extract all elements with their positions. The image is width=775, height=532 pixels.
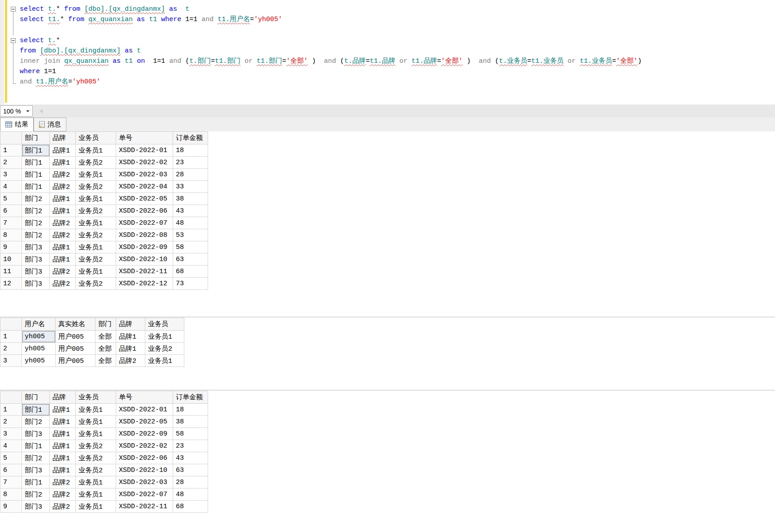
data-cell[interactable]: 业务员2 bbox=[76, 181, 116, 193]
row-header-cell[interactable]: 4 bbox=[0, 440, 22, 452]
data-cell[interactable]: XSDD-2022-10 bbox=[116, 464, 173, 476]
column-header[interactable]: 业务员 bbox=[76, 132, 116, 144]
tab-messages[interactable]: 消息 bbox=[34, 118, 66, 131]
data-cell[interactable]: XSDD-2022-06 bbox=[116, 205, 173, 217]
data-cell[interactable]: 部门3 bbox=[22, 266, 50, 278]
data-cell[interactable]: 部门3 bbox=[22, 241, 50, 253]
data-cell[interactable]: 部门3 bbox=[22, 428, 50, 440]
column-header[interactable]: 订单金额 bbox=[173, 391, 208, 404]
data-cell[interactable]: 品牌1 bbox=[50, 404, 76, 416]
data-cell[interactable]: 43 bbox=[173, 205, 208, 217]
data-cell[interactable]: 部门1 bbox=[22, 144, 50, 157]
data-cell[interactable]: XSDD-2022-09 bbox=[116, 428, 173, 440]
data-cell[interactable]: 业务员2 bbox=[76, 253, 116, 266]
data-cell[interactable]: 业务员2 bbox=[76, 278, 116, 290]
data-cell[interactable]: 28 bbox=[173, 476, 208, 488]
data-cell[interactable]: 部门1 bbox=[22, 404, 50, 416]
data-cell[interactable]: 部门3 bbox=[22, 253, 50, 266]
data-cell[interactable]: 38 bbox=[173, 193, 208, 205]
row-header-cell[interactable]: 1 bbox=[0, 404, 22, 416]
data-cell[interactable]: 部门1 bbox=[22, 181, 50, 193]
data-cell[interactable]: 业务员2 bbox=[76, 464, 116, 476]
data-cell[interactable]: 用户005 bbox=[56, 331, 96, 343]
column-header[interactable]: 部门 bbox=[22, 132, 50, 144]
data-cell[interactable]: 58 bbox=[173, 428, 208, 440]
data-cell[interactable]: 品牌1 bbox=[50, 428, 76, 440]
row-header-cell[interactable]: 11 bbox=[0, 266, 22, 278]
data-cell[interactable]: 用户005 bbox=[56, 355, 96, 367]
data-cell[interactable]: 品牌1 bbox=[50, 205, 76, 217]
row-header-cell[interactable]: 2 bbox=[0, 343, 22, 355]
data-cell[interactable]: yh005 bbox=[22, 343, 56, 355]
data-cell[interactable]: 业务员1 bbox=[76, 169, 116, 181]
tab-results[interactable]: 结果 bbox=[0, 118, 34, 131]
data-cell[interactable]: XSDD-2022-03 bbox=[116, 476, 173, 488]
data-cell[interactable]: XSDD-2022-01 bbox=[116, 144, 173, 157]
data-cell[interactable]: 部门3 bbox=[22, 278, 50, 290]
row-header-cell[interactable]: 8 bbox=[0, 229, 22, 241]
data-cell[interactable]: XSDD-2022-10 bbox=[116, 253, 173, 266]
data-cell[interactable]: 业务员2 bbox=[145, 343, 184, 355]
data-cell[interactable]: XSDD-2022-05 bbox=[116, 416, 173, 428]
row-header-cell[interactable]: 7 bbox=[0, 217, 22, 229]
grid-corner-cell[interactable] bbox=[0, 318, 22, 331]
data-cell[interactable]: 全部 bbox=[96, 331, 116, 343]
data-cell[interactable]: 品牌1 bbox=[50, 440, 76, 452]
data-cell[interactable]: 部门1 bbox=[22, 157, 50, 169]
data-cell[interactable]: 部门2 bbox=[22, 452, 50, 464]
fold-collapse-button[interactable]: − bbox=[11, 7, 16, 12]
column-header[interactable]: 真实姓名 bbox=[56, 318, 96, 331]
data-cell[interactable]: 品牌2 bbox=[50, 501, 76, 513]
data-cell[interactable]: 业务员1 bbox=[145, 355, 184, 367]
data-cell[interactable]: 品牌1 bbox=[116, 343, 145, 355]
data-cell[interactable]: 用户005 bbox=[56, 343, 96, 355]
data-cell[interactable]: 部门3 bbox=[22, 501, 50, 513]
data-cell[interactable]: 品牌1 bbox=[50, 452, 76, 464]
column-header[interactable]: 品牌 bbox=[50, 391, 76, 404]
column-header[interactable]: 部门 bbox=[22, 391, 50, 404]
data-cell[interactable]: XSDD-2022-09 bbox=[116, 241, 173, 253]
result-set-table[interactable]: 用户名真实姓名部门品牌业务员1yh005用户005全部品牌1业务员12yh005… bbox=[0, 318, 184, 367]
data-cell[interactable]: 品牌2 bbox=[50, 266, 76, 278]
data-cell[interactable]: 58 bbox=[173, 241, 208, 253]
data-cell[interactable]: 品牌1 bbox=[50, 193, 76, 205]
column-header[interactable]: 订单金额 bbox=[173, 132, 208, 144]
row-header-cell[interactable]: 2 bbox=[0, 416, 22, 428]
data-cell[interactable]: XSDD-2022-07 bbox=[116, 488, 173, 501]
data-cell[interactable]: 品牌2 bbox=[50, 278, 76, 290]
data-cell[interactable]: 48 bbox=[173, 217, 208, 229]
data-cell[interactable]: yh005 bbox=[22, 355, 56, 367]
column-header[interactable]: 品牌 bbox=[50, 132, 76, 144]
results-grid-3[interactable]: 部门品牌业务员单号订单金额1部门1品牌1业务员1XSDD-2022-01182部… bbox=[0, 391, 208, 513]
data-cell[interactable]: XSDD-2022-03 bbox=[116, 169, 173, 181]
data-cell[interactable]: 部门1 bbox=[22, 440, 50, 452]
row-header-cell[interactable]: 9 bbox=[0, 241, 22, 253]
data-cell[interactable]: 53 bbox=[173, 229, 208, 241]
result-set-table[interactable]: 部门品牌业务员单号订单金额1部门1品牌1业务员1XSDD-2022-01182部… bbox=[0, 131, 208, 290]
data-cell[interactable]: 部门2 bbox=[22, 193, 50, 205]
editor-zoom-dropdown[interactable]: 100 % bbox=[0, 105, 33, 117]
row-header-cell[interactable]: 1 bbox=[0, 331, 22, 343]
data-cell[interactable]: 63 bbox=[173, 464, 208, 476]
data-cell[interactable]: 业务员1 bbox=[76, 501, 116, 513]
data-cell[interactable]: 业务员1 bbox=[76, 193, 116, 205]
data-cell[interactable]: XSDD-2022-11 bbox=[116, 501, 173, 513]
column-header[interactable]: 业务员 bbox=[76, 391, 116, 404]
data-cell[interactable]: 部门2 bbox=[22, 205, 50, 217]
data-cell[interactable]: 48 bbox=[173, 488, 208, 501]
row-header-cell[interactable]: 9 bbox=[0, 501, 22, 513]
data-cell[interactable]: 63 bbox=[173, 253, 208, 266]
data-cell[interactable]: 品牌1 bbox=[50, 157, 76, 169]
row-header-cell[interactable]: 10 bbox=[0, 253, 22, 266]
data-cell[interactable]: 业务员1 bbox=[76, 404, 116, 416]
data-cell[interactable]: 部门1 bbox=[22, 169, 50, 181]
data-cell[interactable]: XSDD-2022-05 bbox=[116, 193, 173, 205]
data-cell[interactable]: XSDD-2022-01 bbox=[116, 404, 173, 416]
data-cell[interactable]: 品牌1 bbox=[50, 416, 76, 428]
data-cell[interactable]: 业务员1 bbox=[76, 488, 116, 501]
data-cell[interactable]: XSDD-2022-11 bbox=[116, 266, 173, 278]
data-cell[interactable]: 品牌2 bbox=[50, 229, 76, 241]
data-cell[interactable]: 品牌1 bbox=[50, 253, 76, 266]
data-cell[interactable]: 品牌2 bbox=[50, 476, 76, 488]
data-cell[interactable]: 业务员1 bbox=[76, 266, 116, 278]
